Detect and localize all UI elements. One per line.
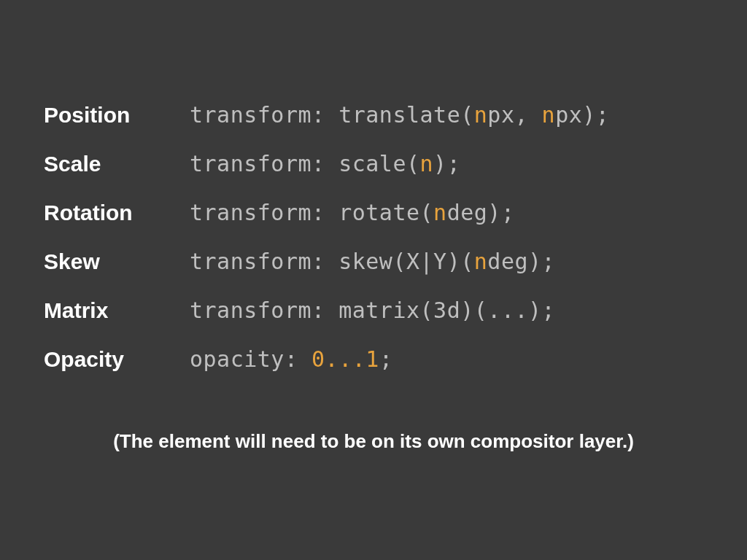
code-text: deg); bbox=[447, 200, 515, 225]
property-row: Opacityopacity: 0...1; bbox=[44, 346, 703, 372]
code-text: ; bbox=[379, 346, 393, 372]
property-code: transform: matrix(3d)(...); bbox=[190, 298, 555, 323]
property-row: Positiontransform: translate(npx, npx); bbox=[44, 102, 703, 128]
property-label: Skew bbox=[44, 249, 190, 274]
property-code: opacity: 0...1; bbox=[190, 346, 392, 372]
code-highlight: n bbox=[542, 102, 556, 128]
code-text: transform: matrix(3d)(...); bbox=[190, 298, 555, 323]
code-text: transform: scale( bbox=[190, 151, 420, 176]
property-row: Matrixtransform: matrix(3d)(...); bbox=[44, 298, 703, 323]
code-highlight: 0...1 bbox=[311, 346, 379, 372]
property-label: Matrix bbox=[44, 298, 190, 323]
code-text: px, bbox=[487, 102, 541, 128]
code-text: transform: rotate( bbox=[190, 200, 433, 225]
property-label: Scale bbox=[44, 152, 190, 176]
property-code: transform: skew(X|Y)(ndeg); bbox=[190, 249, 555, 274]
property-label: Rotation bbox=[44, 201, 190, 225]
property-row: Rotationtransform: rotate(ndeg); bbox=[44, 200, 703, 225]
code-text: px); bbox=[555, 102, 609, 128]
property-label: Position bbox=[44, 103, 190, 128]
code-text: ); bbox=[433, 151, 460, 176]
property-row: Skewtransform: skew(X|Y)(ndeg); bbox=[44, 249, 703, 274]
code-highlight: n bbox=[474, 249, 488, 274]
property-code: transform: translate(npx, npx); bbox=[190, 102, 609, 128]
code-text: transform: skew(X|Y)( bbox=[190, 249, 474, 274]
code-text: opacity: bbox=[190, 346, 311, 372]
code-highlight: n bbox=[433, 200, 447, 225]
code-highlight: n bbox=[474, 102, 488, 128]
code-highlight: n bbox=[420, 151, 434, 176]
footnote: (The element will need to be on its own … bbox=[44, 430, 703, 453]
property-list: Positiontransform: translate(npx, npx);S… bbox=[44, 102, 703, 372]
property-label: Opacity bbox=[44, 347, 190, 372]
property-code: transform: scale(n); bbox=[190, 151, 460, 176]
property-code: transform: rotate(ndeg); bbox=[190, 200, 514, 225]
slide: Positiontransform: translate(npx, npx);S… bbox=[0, 0, 747, 560]
code-text: transform: translate( bbox=[190, 102, 474, 128]
property-row: Scaletransform: scale(n); bbox=[44, 151, 703, 176]
code-text: deg); bbox=[487, 249, 555, 274]
